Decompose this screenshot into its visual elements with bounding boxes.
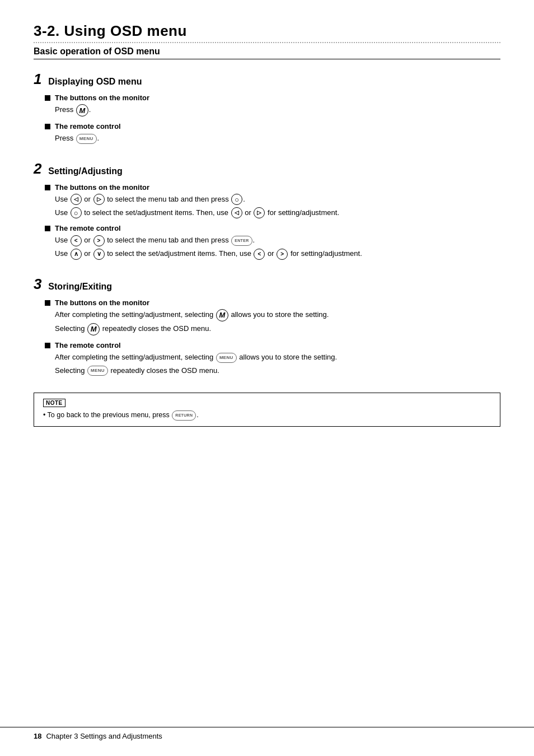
- step-3-remote: The remote control After completing the …: [45, 341, 500, 377]
- left-angle-icon: <: [71, 235, 82, 246]
- RETURN-button-icon: RETURN: [172, 410, 196, 421]
- step-2: 2 Setting/Adjusting The buttons on the m…: [34, 160, 500, 260]
- bullet-icon: [45, 124, 50, 129]
- step-3-monitor-line1: After completing the setting/adjustment,…: [55, 309, 500, 321]
- step-2-monitor-label: The buttons on the monitor: [45, 183, 500, 192]
- bullet-icon: [45, 226, 50, 231]
- step-3-remote-label: The remote control: [45, 341, 500, 349]
- right-angle2-icon: >: [277, 249, 288, 260]
- M-circle-close-icon: M: [87, 323, 100, 335]
- MENU-button-icon: MENU: [76, 134, 97, 144]
- step-2-remote-line1: Use < or > to select the menu tab and th…: [55, 235, 500, 246]
- step-2-number: 2: [34, 160, 41, 177]
- step-3-remote-line1: After completing the setting/adjustment,…: [55, 352, 500, 363]
- step-1-remote-line: Press MENU.: [55, 133, 500, 144]
- step-3-remote-line2: Selecting MENU repeatedly closes the OSD…: [55, 365, 500, 377]
- step-3-number: 3: [34, 276, 41, 292]
- up-caret-icon: ∧: [71, 249, 82, 260]
- O-circle-icon2: ○: [71, 207, 82, 218]
- step-3: 3 Storing/Exiting The buttons on the mon…: [34, 276, 500, 377]
- step-2-header: 2 Setting/Adjusting: [34, 160, 500, 178]
- left-arrow-circle2-icon: ◁: [231, 207, 242, 218]
- step-1-monitor: The buttons on the monitor Press M.: [45, 94, 500, 116]
- section-heading: Basic operation of OSD menu: [34, 46, 500, 59]
- step-3-monitor-line2: Selecting M repeatedly closes the OSD me…: [55, 323, 500, 335]
- down-caret-icon: ∨: [93, 249, 105, 260]
- note-box: NOTE • To go back to the previous menu, …: [34, 393, 500, 427]
- bullet-icon: [45, 95, 50, 101]
- step-1-monitor-line: Press M.: [55, 104, 500, 116]
- step-2-monitor-line1: Use ◁ or ▷ to select the menu tab and th…: [55, 194, 500, 206]
- ENTER-button-icon: ENTER: [231, 236, 252, 246]
- step-1-monitor-label: The buttons on the monitor: [45, 94, 500, 102]
- step-1-number: 1: [34, 71, 41, 87]
- MENU-store-icon: MENU: [216, 353, 237, 363]
- right-angle-icon: >: [93, 235, 105, 246]
- footer-chapter: Chapter 3 Settings and Adjustments: [46, 732, 162, 740]
- step-2-remote: The remote control Use < or > to select …: [45, 224, 500, 260]
- step-1: 1 Displaying OSD menu The buttons on the…: [34, 71, 500, 144]
- step-1-title: Displaying OSD menu: [48, 77, 142, 86]
- right-arrow-circle2-icon: ▷: [254, 207, 265, 218]
- step-2-remote-label: The remote control: [45, 224, 500, 232]
- note-label: NOTE: [43, 399, 65, 407]
- footer-page-number: 18: [34, 732, 41, 740]
- step-3-monitor: The buttons on the monitor After complet…: [45, 298, 500, 335]
- step-2-title: Setting/Adjusting: [48, 166, 122, 176]
- step-1-remote-label: The remote control: [45, 122, 500, 130]
- step-3-header: 3 Storing/Exiting: [34, 276, 500, 293]
- note-text: • To go back to the previous menu, press…: [43, 410, 491, 421]
- step-1-header: 1 Displaying OSD menu: [34, 71, 500, 88]
- bullet-icon: [45, 185, 50, 190]
- M-button-icon: M: [76, 104, 88, 116]
- step-2-monitor-line2: Use ○ to select the set/adjustment items…: [55, 207, 500, 219]
- footer: 18 Chapter 3 Settings and Adjustments: [0, 727, 534, 745]
- page-title: 3-2. Using OSD menu: [34, 22, 500, 43]
- step-1-remote: The remote control Press MENU.: [45, 122, 500, 144]
- MENU-close-icon: MENU: [87, 366, 108, 376]
- M-circle-store-icon: M: [216, 309, 228, 321]
- step-3-monitor-label: The buttons on the monitor: [45, 298, 500, 307]
- bullet-icon: [45, 300, 50, 306]
- bullet-icon: [45, 343, 50, 348]
- left-arrow-circle-icon: ◁: [71, 194, 82, 205]
- right-arrow-circle-icon: ▷: [93, 194, 105, 205]
- step-2-remote-line2: Use ∧ or ∨ to select the set/adjustment …: [55, 248, 500, 260]
- left-angle2-icon: <: [254, 249, 265, 260]
- O-circle-icon: ○: [231, 194, 242, 205]
- step-3-title: Storing/Exiting: [48, 282, 112, 291]
- step-2-monitor: The buttons on the monitor Use ◁ or ▷ to…: [45, 183, 500, 219]
